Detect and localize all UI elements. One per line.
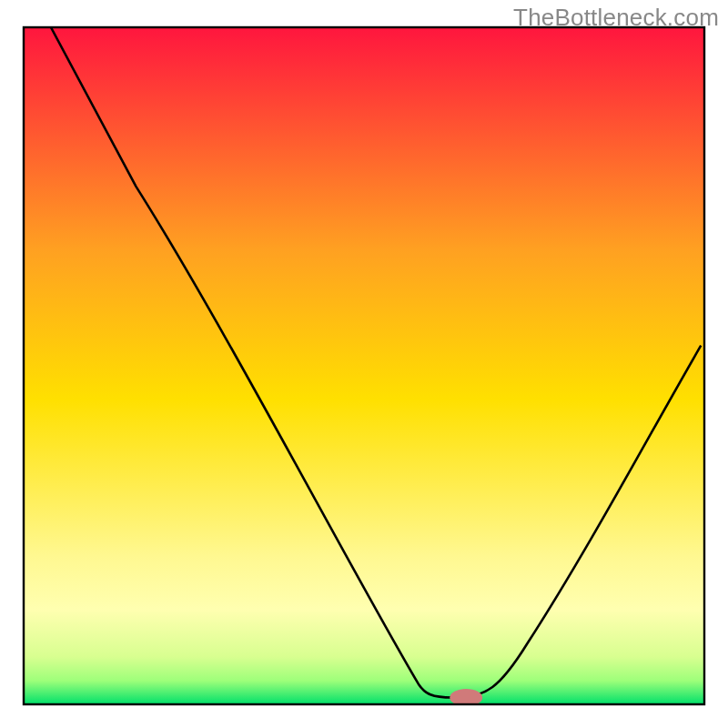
watermark-text: TheBottleneck.com [513, 4, 719, 32]
chart-container: TheBottleneck.com [0, 0, 728, 728]
bottleneck-chart [0, 0, 728, 728]
plot-background-gradient [24, 27, 704, 704]
